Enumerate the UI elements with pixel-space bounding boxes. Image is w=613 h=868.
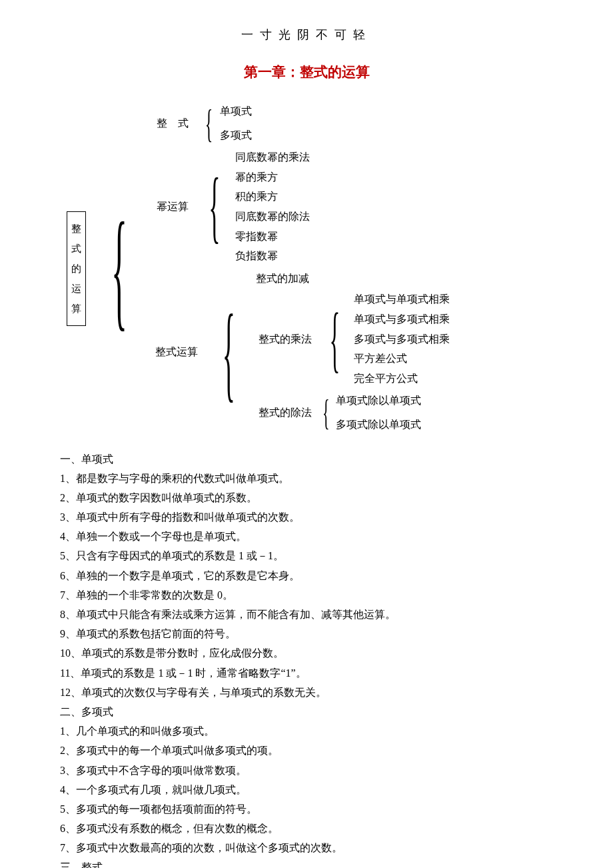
leaf-item: 多项式与多项式相乘	[354, 329, 450, 349]
root-char: 运	[71, 279, 81, 299]
text-line: 12、单项式的次数仅与字母有关，与单项式的系数无关。	[60, 683, 553, 702]
leaf-item: 同底数幂的乘法	[235, 147, 310, 167]
branch-label: 整式运算	[155, 343, 198, 361]
leaf-item: 单项式与单项式相乘	[354, 289, 450, 309]
text-line: 6、单独的一个数字是单项式，它的系数是它本身。	[60, 566, 553, 585]
chapter-title: 第一章：整式的运算	[60, 63, 553, 81]
leaf-item: 负指数幂	[235, 246, 310, 266]
leaf-item: 平方差公式	[354, 349, 450, 369]
text-line: 9、单项式的系数包括它前面的符号。	[60, 624, 553, 643]
leaf-item: 整式的加减	[256, 269, 450, 289]
section-head: 一、单项式	[60, 449, 553, 469]
text-line: 3、单项式中所有字母的指数和叫做单项式的次数。	[60, 507, 553, 527]
text-line: 5、多项式的每一项都包括项前面的符号。	[60, 799, 553, 819]
concept-diagram: 整 式 的 运 算 { 整 式 { 单项式 多项式	[67, 100, 553, 437]
text-line: 2、多项式中的每一个单项式叫做多项式的项。	[60, 741, 553, 760]
text-line: 3、多项式中不含字母的项叫做常数项。	[60, 761, 553, 780]
body-text: 一、单项式 1、都是数字与字母的乘积的代数式叫做单项式。 2、单项式的数字因数叫…	[60, 449, 553, 869]
text-line: 1、都是数字与字母的乘积的代数式叫做单项式。	[60, 469, 553, 488]
text-line: 1、几个单项式的和叫做多项式。	[60, 721, 553, 741]
text-line: 10、单项式的系数是带分数时，应化成假分数。	[60, 643, 553, 663]
text-line: 6、多项式没有系数的概念，但有次数的概念。	[60, 819, 553, 838]
text-line: 7、单独的一个非零常数的次数是 0。	[60, 585, 553, 605]
section-head: 三、整式	[60, 857, 553, 868]
branch-label: 整 式	[157, 115, 193, 132]
leaf-item: 单项式与多项式相乘	[354, 309, 450, 329]
text-line: 4、一个多项式有几项，就叫做几项式。	[60, 780, 553, 799]
root-box: 整 式 的 运 算	[67, 211, 86, 326]
leaf-item: 单项式	[220, 101, 252, 121]
branch-label: 幂运算	[157, 198, 189, 215]
leaf-item: 多项式	[220, 125, 252, 145]
root-char: 的	[71, 259, 81, 279]
text-line: 4、单独一个数或一个字母也是单项式。	[60, 527, 553, 546]
text-line: 2、单项式的数字因数叫做单项式的系数。	[60, 488, 553, 507]
leaf-item: 单项式除以单项式	[336, 391, 421, 411]
branch-label: 整式的除法	[259, 404, 312, 421]
text-line: 7、多项式中次数最高的项的次数，叫做这个多项式的次数。	[60, 838, 553, 857]
text-line: 11、单项式的系数是 1 或－1 时，通常省略数字“1”。	[60, 663, 553, 683]
leaf-item: 积的乘方	[235, 187, 310, 207]
root-char: 算	[71, 299, 81, 319]
root-char: 式	[71, 239, 81, 259]
branch-label: 整式的乘法	[259, 331, 312, 348]
leaf-item: 完全平方公式	[354, 369, 450, 389]
text-line: 5、只含有字母因式的单项式的系数是 1 或－1。	[60, 546, 553, 565]
text-line: 8、单项式中只能含有乘法或乘方运算，而不能含有加、减等其他运算。	[60, 605, 553, 624]
section-head: 二、多项式	[60, 702, 553, 721]
leaf-item: 幂的乘方	[235, 167, 310, 187]
root-char: 整	[71, 219, 81, 239]
leaf-item: 零指数幂	[235, 227, 310, 247]
leaf-item: 多项式除以单项式	[336, 415, 421, 435]
header-phrase: 一寸光阴不可轻	[60, 27, 553, 43]
leaf-item: 同底数幂的除法	[235, 207, 310, 227]
